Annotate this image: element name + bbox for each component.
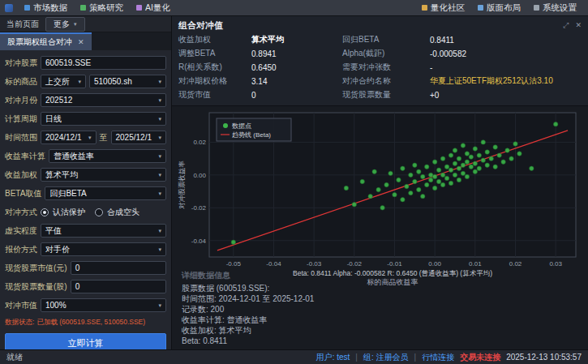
info-line: 收益加权: 算术平均 — [182, 325, 578, 336]
underlying-code-select[interactable]: 510050.sh ▾ — [89, 75, 166, 88]
radio-synthetic-short[interactable]: 合成空头 — [95, 207, 139, 218]
date-range-label: 时间范围 — [5, 132, 37, 143]
svg-text:-0.04: -0.04 — [266, 260, 281, 268]
tab-option-hedge[interactable]: 股票期权组合对冲 ✕ — [0, 32, 92, 50]
menu-item-system-settings[interactable]: 系统设置 — [527, 1, 583, 15]
quote-mode-label: 报价方式 — [5, 244, 37, 255]
svg-text:0.02: 0.02 — [193, 139, 206, 146]
hedge-month-select[interactable]: 202512 ▾ — [41, 93, 166, 107]
hedge-month-label: 对冲月份 — [5, 95, 37, 106]
menu-item-market-data[interactable]: 市场数据 — [18, 1, 74, 15]
spot-qty-value: 0 — [75, 282, 80, 291]
separator: | — [355, 353, 358, 362]
hedge-mode-label: 对冲方式 — [5, 207, 37, 218]
return-calc-label: 收益率计算 — [5, 151, 45, 162]
form-row: 虚实程度 平值 ▾ — [5, 221, 166, 240]
weighting-select[interactable]: 算术平均 ▾ — [41, 168, 166, 182]
form-row: 收益率计算 普通收益率 ▾ — [5, 147, 166, 165]
form-row: 对冲月份 202512 ▾ — [5, 91, 166, 109]
data-status-row: 数据状态: 已加载 (600519.SSE, 510050.SSE) — [5, 315, 166, 331]
tab-bar: 股票期权组合对冲 ✕ — [0, 32, 171, 50]
svg-text:0.03: 0.03 — [549, 260, 562, 268]
chevron-down-icon: ▾ — [158, 79, 161, 85]
spot-value-value: 0 — [75, 263, 80, 272]
right-panel: 组合对冲值 ⤢ ✕ 收益加权 算术平均 回归BETA 0.8411 调整BETA… — [172, 16, 588, 349]
tab-close-icon[interactable]: ✕ — [78, 38, 84, 46]
chevron-down-icon: ▾ — [74, 21, 77, 28]
stat-value: - — [430, 63, 582, 72]
stat-label: 调整BETA — [178, 48, 251, 59]
weighting-label: 收益加权 — [5, 169, 37, 181]
chevron-down-icon: ▾ — [158, 191, 161, 197]
stats-grid: 收益加权 算术平均 回归BETA 0.8411 调整BETA 0.8941 Al… — [178, 34, 582, 101]
market-data-icon — [24, 5, 30, 11]
period-select[interactable]: 日线 ▾ — [41, 112, 166, 126]
quote-mode-select[interactable]: 对手价 ▾ — [41, 242, 166, 256]
hedge-stock-label: 对冲股票 — [5, 58, 37, 69]
form-row: 对冲股票 600519.SSE — [5, 54, 166, 72]
strategy-research-icon — [80, 5, 86, 11]
form-row: 标的商品 上交所 ▾ 510050.sh ▾ — [5, 72, 166, 91]
menu-item-label: AI量化 — [145, 2, 170, 14]
menu-item-quant-community[interactable]: 量化社区 — [415, 1, 471, 15]
connection-alert: 交易未连接 — [460, 352, 500, 363]
info-heading: 详细数据信息 — [182, 270, 578, 281]
svg-text:0.01: 0.01 — [469, 260, 482, 268]
hedge-stock-input[interactable]: 600519.SSE — [41, 56, 166, 70]
spot-qty-input[interactable]: 0 — [71, 280, 166, 293]
ai-quant-icon — [136, 5, 142, 11]
moneyness-select[interactable]: 平值 ▾ — [41, 224, 166, 238]
form-row: 对冲市值 100% ▾ — [5, 296, 166, 315]
form-row: 计算周期 日线 ▾ — [5, 109, 166, 128]
svg-text:0.00: 0.00 — [428, 260, 441, 268]
exchange-value: 上交所 — [45, 76, 70, 88]
svg-text:-0.01: -0.01 — [387, 260, 402, 268]
form-row: 现货股票数量(股) 0 — [5, 277, 166, 296]
menu-item-label: 系统设置 — [543, 2, 577, 14]
svg-text:-0.02: -0.02 — [347, 260, 363, 268]
stat-label: 对冲期权价格 — [178, 75, 251, 87]
beta-scatter-chart: -0.05-0.04-0.03-0.02-0.010.000.010.020.0… — [172, 106, 588, 268]
exchange-select[interactable]: 上交所 ▾ — [41, 75, 86, 88]
main-area: 当前页面 更多 ▾ 股票期权组合对冲 ✕ 对冲股票 600519.SSE — [0, 16, 588, 349]
hedge-ratio-select[interactable]: 100% ▾ — [41, 298, 166, 312]
chevron-down-icon: ▾ — [158, 116, 161, 122]
radio-put-protection[interactable]: 认沽保护 — [41, 207, 85, 218]
menu-right: 量化社区 版面布局 系统设置 — [415, 1, 583, 15]
chevron-down-icon: ▾ — [158, 97, 161, 104]
stat-label: 对冲合约名称 — [342, 75, 430, 87]
panel-close-icon[interactable]: ✕ — [575, 21, 582, 30]
beta-source-value: 回归BETA — [49, 188, 86, 199]
date-from-value: 2024/12/1 — [45, 133, 82, 142]
beta-source-label: BETA取值 — [5, 188, 41, 199]
menu-item-strategy-research[interactable]: 策略研究 — [74, 1, 130, 15]
data-status-label: 数据状态: — [5, 318, 34, 328]
date-to-picker[interactable]: 2025/12/1 ▾ — [111, 131, 167, 144]
menu-item-ai-quant[interactable]: AI量化 — [130, 1, 177, 15]
spot-value-input[interactable]: 0 — [71, 261, 166, 275]
page-toolbar: 当前页面 更多 ▾ — [0, 16, 171, 32]
date-range-separator: 至 — [100, 132, 108, 143]
svg-text:对冲股票收益率: 对冲股票收益率 — [178, 161, 186, 209]
market-connection-link[interactable]: 行情连接 — [422, 352, 454, 363]
stat-label: 回归BETA — [342, 34, 430, 45]
chevron-down-icon: ▾ — [158, 172, 161, 178]
period-value: 日线 — [45, 113, 62, 125]
menu-item-layout[interactable]: 版面布局 — [471, 1, 527, 15]
info-line: 记录数: 200 — [182, 304, 578, 315]
stats-header: 组合对冲值 ⤢ ✕ — [178, 19, 582, 32]
hedge-stats-panel: 组合对冲值 ⤢ ✕ 收益加权 算术平均 回归BETA 0.8411 调整BETA… — [172, 16, 588, 106]
date-from-picker[interactable]: 2024/12/1 ▾ — [41, 131, 97, 144]
popout-icon[interactable]: ⤢ — [563, 21, 569, 30]
stats-panel-title: 组合对冲值 — [178, 19, 223, 32]
return-calc-select[interactable]: 普通收益率 ▾ — [49, 149, 166, 163]
chevron-down-icon: ▾ — [158, 153, 161, 160]
beta-source-select[interactable]: 回归BETA ▾ — [45, 186, 166, 200]
hedge-stock-value: 600519.SSE — [45, 58, 91, 67]
stat-label: Alpha(截距) — [342, 48, 430, 59]
user-label: 用户: test — [316, 352, 350, 363]
group-label: 组: 注册会员 — [363, 352, 409, 363]
more-button[interactable]: 更多 ▾ — [45, 17, 85, 32]
info-line: 股票数据 (600519.SSE): — [182, 283, 578, 293]
stat-label: 现货股票数量 — [342, 89, 430, 101]
